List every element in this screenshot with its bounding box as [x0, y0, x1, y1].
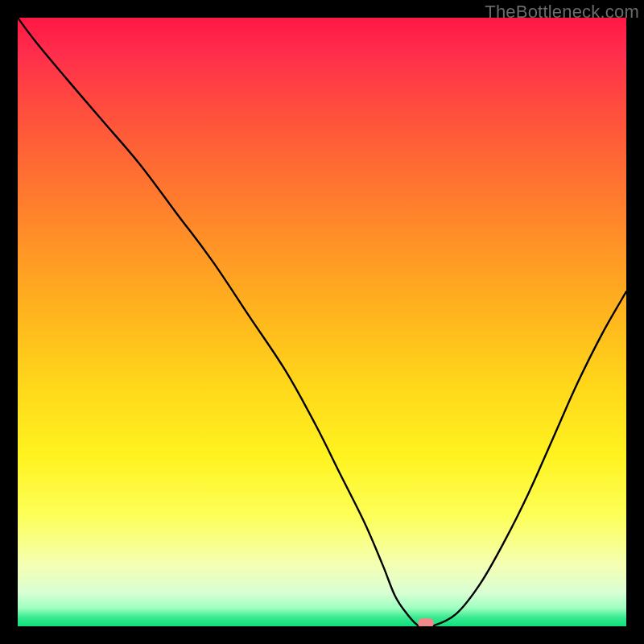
plot-area	[18, 18, 626, 626]
watermark-text: TheBottleneck.com	[485, 2, 639, 23]
optimal-marker	[418, 618, 434, 626]
chart-frame: TheBottleneck.com	[0, 0, 644, 644]
bottleneck-curve	[18, 18, 626, 626]
